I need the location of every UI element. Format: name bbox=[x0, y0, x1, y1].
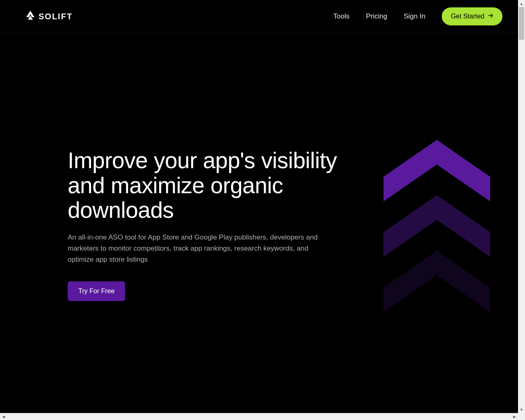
nav-tools[interactable]: Tools bbox=[333, 12, 350, 21]
hero-content: Improve your app's visibility and maximi… bbox=[68, 148, 338, 301]
nav-pricing[interactable]: Pricing bbox=[366, 12, 387, 21]
get-started-label: Get Started bbox=[451, 13, 484, 20]
scroll-down-icon[interactable]: ▼ bbox=[518, 406, 525, 413]
scroll-right-icon[interactable]: ▶ bbox=[511, 413, 518, 420]
hero-section: Improve your app's visibility and maximi… bbox=[0, 33, 525, 317]
logo-text: SOLIFT bbox=[39, 12, 73, 21]
header: SOLIFT Tools Pricing Sign In Get Started bbox=[0, 0, 525, 33]
scroll-up-icon[interactable]: ▲ bbox=[518, 0, 525, 7]
vertical-scrollbar[interactable]: ▲ ▼ bbox=[518, 0, 525, 413]
scrollbar-corner bbox=[518, 413, 525, 420]
chevron-up-icon bbox=[383, 195, 490, 257]
chevron-up-icon bbox=[383, 251, 490, 312]
nav: Tools Pricing Sign In Get Started bbox=[333, 7, 502, 25]
arrow-right-icon bbox=[488, 13, 493, 20]
hero-graphic bbox=[379, 119, 494, 333]
scroll-left-icon[interactable]: ◀ bbox=[0, 413, 7, 420]
logo-icon bbox=[25, 10, 36, 23]
get-started-button[interactable]: Get Started bbox=[442, 7, 502, 25]
hero-title: Improve your app's visibility and maximi… bbox=[68, 148, 338, 223]
nav-signin[interactable]: Sign In bbox=[404, 12, 425, 21]
hero-description: An all-in-one ASO tool for App Store and… bbox=[68, 232, 334, 265]
logo[interactable]: SOLIFT bbox=[25, 10, 73, 23]
horizontal-scrollbar[interactable]: ◀ ▶ bbox=[0, 413, 518, 420]
scrollbar-thumb[interactable] bbox=[519, 7, 524, 40]
try-free-button[interactable]: Try For Free bbox=[68, 281, 125, 301]
chevron-up-icon bbox=[383, 140, 490, 201]
